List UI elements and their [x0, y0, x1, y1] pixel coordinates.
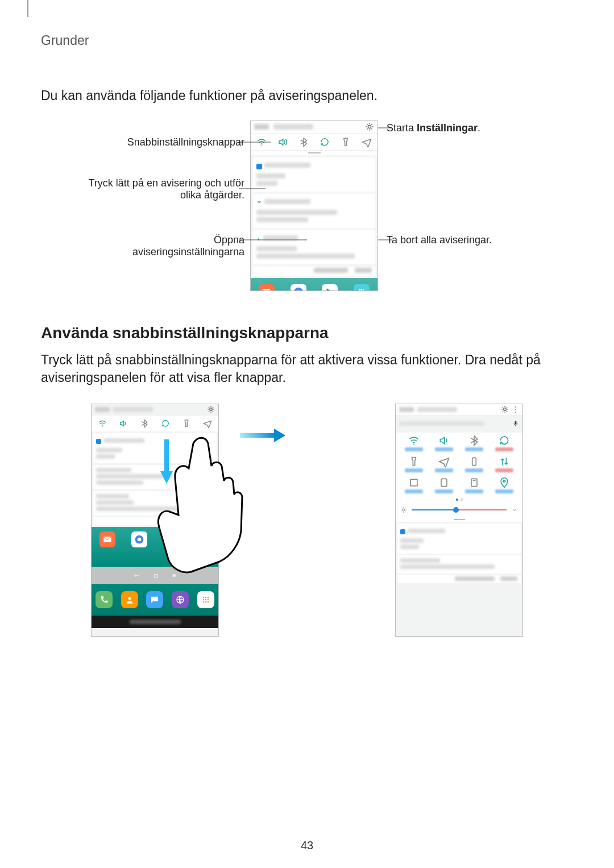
top-left-rule	[27, 0, 28, 17]
figure-expand-panel: ▪▪▪▪▪▪ ⇽◻≡	[91, 404, 523, 642]
footer-blur	[92, 616, 218, 628]
svg-point-20	[205, 599, 206, 601]
svg-point-17	[205, 597, 206, 599]
hotspot-icon	[438, 477, 450, 488]
panel-actions-row	[397, 575, 521, 583]
svg-point-37	[503, 480, 505, 482]
flashlight-icon	[182, 419, 191, 428]
qs-tile	[489, 477, 519, 493]
quick-settings-row	[92, 416, 218, 431]
svg-point-18	[207, 597, 209, 599]
notification-item	[93, 491, 217, 516]
notification-item	[93, 465, 217, 489]
svg-marker-26	[160, 471, 173, 484]
callout-tap-notification: Tryck lätt på en avisering och utför oli…	[89, 177, 244, 201]
folder-icon: ▪▪▪▪▪▪	[354, 284, 370, 291]
system-icon	[256, 200, 262, 206]
home-background-strip: ▪▪▪▪▪▪	[251, 278, 377, 291]
callout-text: Tryck lätt på en avisering och utför	[89, 177, 244, 189]
airplane-icon	[203, 419, 212, 428]
qs-tile	[399, 456, 429, 472]
qs-tile	[429, 435, 459, 451]
mobile-data-icon	[499, 456, 510, 467]
qs-tile	[429, 477, 459, 493]
svg-point-14	[128, 597, 131, 600]
browser-app-icon	[131, 531, 147, 547]
gear-icon	[207, 405, 215, 413]
apps-drawer-icon	[197, 591, 214, 608]
qs-tile	[489, 456, 519, 472]
bolt-icon	[256, 236, 261, 242]
svg-point-29	[504, 408, 507, 411]
svg-point-1	[261, 145, 262, 146]
bluetooth-icon	[468, 435, 480, 446]
slider-thumb	[453, 507, 459, 513]
gear-icon	[501, 405, 509, 413]
svg-point-24	[207, 601, 209, 603]
gear-icon	[365, 122, 374, 131]
clear-label-blur	[355, 268, 372, 273]
status-date-blur	[273, 124, 313, 130]
sound-icon	[119, 419, 128, 428]
notification-item	[93, 433, 217, 463]
notification-item	[253, 157, 375, 192]
page-dots	[396, 497, 522, 502]
qs-tile	[459, 477, 489, 493]
callout-clear-all: Ta bort alla aviseringar.	[387, 234, 492, 246]
status-bar: ⋮	[396, 404, 522, 416]
notification-item	[397, 524, 521, 554]
folder-icon: ▪▪▪▪▪▪	[196, 531, 210, 546]
notification-item	[253, 194, 375, 228]
bluetooth-icon	[140, 419, 149, 428]
airplane-icon	[362, 137, 372, 147]
svg-point-16	[202, 597, 204, 599]
play-store-icon	[322, 284, 338, 291]
running-header: Grunder	[41, 33, 573, 48]
blue-light-icon	[408, 477, 420, 488]
swipe-down-arrow-icon	[158, 439, 175, 485]
section-heading: Använda snabbinställningsknapparna	[41, 324, 573, 342]
search-row	[399, 418, 519, 430]
brightness-slider	[396, 502, 522, 517]
wifi-icon	[408, 435, 420, 446]
slider-track	[412, 509, 507, 510]
status-bar	[92, 404, 218, 416]
dock	[92, 584, 218, 616]
callout-text: olika åtgärder.	[180, 189, 244, 201]
sound-icon	[277, 137, 288, 147]
qs-tile	[459, 456, 489, 472]
callout-text: Öppna	[214, 234, 244, 246]
home-background: ▪▪▪▪▪▪	[92, 527, 218, 567]
svg-point-13	[138, 538, 142, 542]
svg-point-38	[403, 509, 405, 511]
panel-actions-row	[93, 517, 217, 525]
page-number: 43	[0, 839, 614, 852]
svg-rect-35	[471, 479, 477, 486]
svg-point-31	[414, 444, 415, 445]
notification-item	[397, 555, 521, 574]
svg-marker-28	[274, 429, 285, 442]
flashlight-icon	[341, 137, 351, 147]
svg-point-0	[368, 125, 371, 128]
mic-icon	[512, 419, 519, 428]
section-para: Tryck lätt på snabbinställningsknapparna…	[41, 351, 573, 387]
svg-point-21	[207, 599, 209, 601]
qs-tile	[489, 435, 519, 451]
wifi-icon	[256, 137, 267, 147]
block-label-blur	[314, 268, 348, 273]
nav-bar: ⇽◻≡	[92, 567, 218, 584]
svg-point-2	[293, 288, 303, 291]
mail-app-icon	[259, 284, 275, 291]
callout-quick-buttons: Snabbinställningsknappar	[127, 136, 244, 148]
browser-app-icon	[291, 284, 306, 291]
callout-start-settings: Starta Inställningar.	[387, 122, 480, 134]
panel-actions-row	[253, 267, 375, 276]
svg-point-22	[202, 601, 204, 603]
phone-mock-panel: ▪▪▪▪▪▪	[250, 121, 378, 291]
svg-rect-30	[515, 421, 517, 425]
qs-tile	[399, 435, 429, 451]
svg-point-11	[102, 426, 102, 427]
transition-arrow-icon	[240, 429, 285, 442]
quick-settings-row	[251, 134, 377, 151]
rotate-icon	[161, 419, 170, 428]
